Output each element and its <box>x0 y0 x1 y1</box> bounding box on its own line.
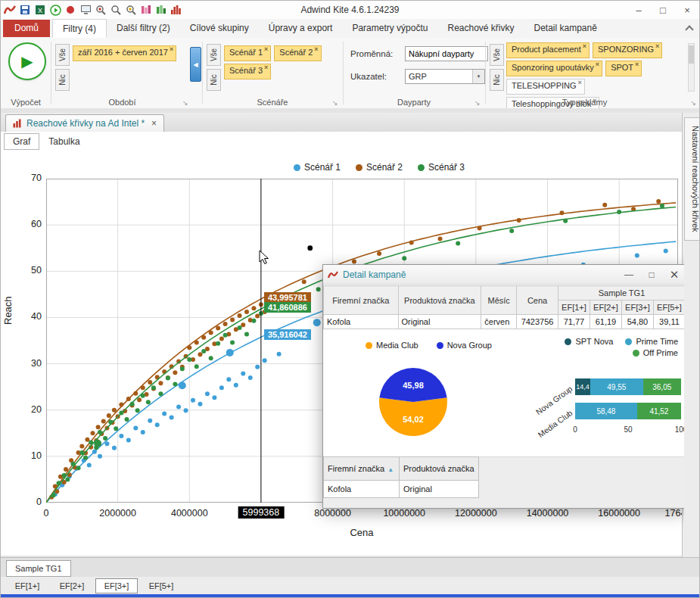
promenna-input[interactable] <box>405 46 488 61</box>
export-excel-icon[interactable]: X <box>33 3 47 17</box>
typ-reklamy-select-all-button[interactable]: Vše <box>490 44 504 66</box>
ef-button-EF3[interactable]: EF[3+] <box>95 578 138 593</box>
filter-tag[interactable]: SPONZORING× <box>593 42 662 58</box>
close-button[interactable]: × <box>675 2 699 19</box>
ribbon-tab-reachov-k-ivky[interactable]: Reachové křivky <box>437 19 524 38</box>
typ-reklamy-select-none-button[interactable]: Nic <box>490 69 504 91</box>
x-axis-title: Cena <box>350 527 373 538</box>
ribbon-tab-detail-kampan-[interactable]: Detail kampaně <box>524 19 607 38</box>
tag-remove-icon[interactable]: × <box>635 59 639 71</box>
scenare-select-none-button[interactable]: Nic <box>207 69 221 91</box>
ef-column-header[interactable]: EF[3+] <box>621 301 653 315</box>
bar-tick-label: 100 <box>675 425 684 434</box>
tag-remove-icon[interactable]: × <box>264 62 268 74</box>
ribbon-tab-parametry-v-po-tu[interactable]: Parametry výpočtu <box>342 19 437 38</box>
ef-column-header[interactable]: EF[5+] <box>653 301 684 315</box>
column-header[interactable]: Firemní značka <box>324 286 399 315</box>
maximize-button[interactable]: □ <box>651 2 675 19</box>
scenare-select-all-button[interactable]: Vše <box>207 44 221 66</box>
ef-button-EF5[interactable]: EF[5+] <box>140 578 182 593</box>
save-icon[interactable] <box>18 3 32 17</box>
filter-tag-label: SPONZORING <box>598 44 654 56</box>
column-header[interactable]: Produktová značka <box>400 457 479 481</box>
ribbon-tab-dal-filtry-2-[interactable]: Další filtry (2) <box>107 19 180 38</box>
tag-remove-icon[interactable]: × <box>314 44 318 56</box>
group-column-header: Sample TG1 <box>558 286 684 301</box>
pie-legend: Media ClubNova Group <box>366 341 492 350</box>
ribbon-collapse-button[interactable] <box>680 19 699 38</box>
table-green-icon[interactable] <box>154 3 168 17</box>
zoom-report-icon[interactable] <box>94 3 107 17</box>
bar-segment: 14,4 <box>575 378 590 395</box>
sample-tab-strip: Sample TG1 <box>1 557 699 578</box>
y-tick-label: 10 <box>19 450 42 461</box>
run-icon[interactable] <box>48 3 62 17</box>
tag-scrollbar[interactable] <box>688 43 695 92</box>
legend-item: Scénář 1 <box>294 162 341 173</box>
ef-column-header[interactable]: EF[1+] <box>558 301 590 315</box>
table-cell: Original <box>398 315 481 329</box>
view-subtabs: GrafTabulka <box>4 133 89 150</box>
filter-tag[interactable]: SPOT× <box>605 61 642 76</box>
document-tab[interactable]: Reachové křivky na Ad Intel * × <box>5 114 164 132</box>
tag-remove-icon[interactable]: × <box>655 41 659 53</box>
column-header[interactable]: Měsíc <box>481 286 517 315</box>
record-icon[interactable] <box>64 3 77 17</box>
subtab-graf[interactable]: Graf <box>4 133 39 150</box>
ribbon-tab-dom-[interactable]: Domů <box>3 20 50 37</box>
tab-close-icon[interactable]: × <box>151 118 157 129</box>
document-tab-title: Reachové křivky na Ad Intel * <box>26 118 145 129</box>
window-controls: – □ × <box>627 2 699 19</box>
sample-tg1-tab[interactable]: Sample TG1 <box>6 560 71 577</box>
collapse-group-arrow-button[interactable]: ◀ <box>190 47 201 82</box>
ribbon-tab-filtry-4-[interactable]: Filtry (4) <box>52 19 107 38</box>
tag-remove-icon[interactable]: × <box>264 44 268 56</box>
tag-remove-icon[interactable]: × <box>583 41 586 53</box>
dialog-close-button[interactable]: ✕ <box>663 268 684 282</box>
chart-content-area: GrafTabulka Scénář 1Scénář 2Scénář 3 Rea… <box>1 132 684 556</box>
histogram-icon[interactable] <box>170 3 183 17</box>
ef-column-header[interactable]: EF[2+] <box>590 301 621 315</box>
dialog-maximize-button[interactable]: □ <box>640 269 663 280</box>
obdobi-select-none-button[interactable]: Nic <box>55 69 70 91</box>
reach-settings-side-tab[interactable]: Nastavení reachových křivek <box>684 117 700 241</box>
subtab-tabulka[interactable]: Tabulka <box>39 133 89 150</box>
dayparty-dialog-launcher-icon[interactable]: ↘ <box>474 99 481 107</box>
legend-label: Scénář 1 <box>304 162 341 173</box>
typ-reklamy-dialog-launcher-icon[interactable]: ↘ <box>690 99 696 107</box>
scenare-dialog-launcher-icon[interactable]: ↘ <box>332 99 338 107</box>
tag-remove-icon[interactable]: × <box>170 44 173 56</box>
zoom-data-icon[interactable] <box>124 3 138 17</box>
run-calculation-button[interactable]: ▶ <box>8 42 46 80</box>
ribbon-tab--pravy-a-export[interactable]: Úpravy a export <box>259 19 343 38</box>
monitor-icon[interactable] <box>79 3 92 17</box>
filter-tag[interactable]: Scénář 2× <box>274 45 321 61</box>
chevron-up-icon <box>685 25 693 33</box>
zoom-search-icon[interactable] <box>109 3 123 17</box>
column-header[interactable]: Produktová značka <box>398 286 481 315</box>
table-pink-icon[interactable] <box>139 3 153 17</box>
filter-tag[interactable]: TELESHOPPING× <box>506 79 585 95</box>
filter-tag[interactable]: Product placement× <box>506 42 590 58</box>
obdobi-dialog-launcher-icon[interactable]: ↘ <box>182 99 188 107</box>
obdobi-select-all-button[interactable]: Vše <box>55 44 70 66</box>
ef-button-EF2[interactable]: EF[2+] <box>51 578 93 593</box>
ukazatel-select[interactable]: GRP ▼ <box>405 69 485 84</box>
filter-tag[interactable]: Scénář 3× <box>224 64 271 79</box>
filter-tag[interactable]: Scénář 1× <box>224 45 271 61</box>
dialog-header[interactable]: Detail kampaně — □ ✕ <box>323 265 684 285</box>
filter-tag[interactable]: Sponzoring upoutávky× <box>506 61 602 76</box>
ribbon-tab-list: DomůFiltry (4)Další filtry (2)Cílové sku… <box>2 19 607 38</box>
column-header[interactable]: Cena <box>517 286 558 315</box>
typ-reklamy-group-label: Typ reklamy <box>485 98 684 107</box>
dialog-minimize-button[interactable]: — <box>618 269 640 280</box>
ukazatel-value: GRP <box>409 72 427 81</box>
ribbon-tab-c-lov-skupiny[interactable]: Cílové skupiny <box>180 19 259 38</box>
ef-button-EF1[interactable]: EF[1+] <box>6 578 48 593</box>
ribbon-tab-bar: DomůFiltry (4)Další filtry (2)Cílové sku… <box>1 19 699 38</box>
filter-tag[interactable]: září 2016 + červen 2017× <box>73 45 176 61</box>
minimize-button[interactable]: – <box>627 2 651 19</box>
tag-remove-icon[interactable]: × <box>578 77 582 89</box>
tag-remove-icon[interactable]: × <box>596 59 599 71</box>
column-header[interactable]: Firemní značka▲ <box>324 457 400 481</box>
